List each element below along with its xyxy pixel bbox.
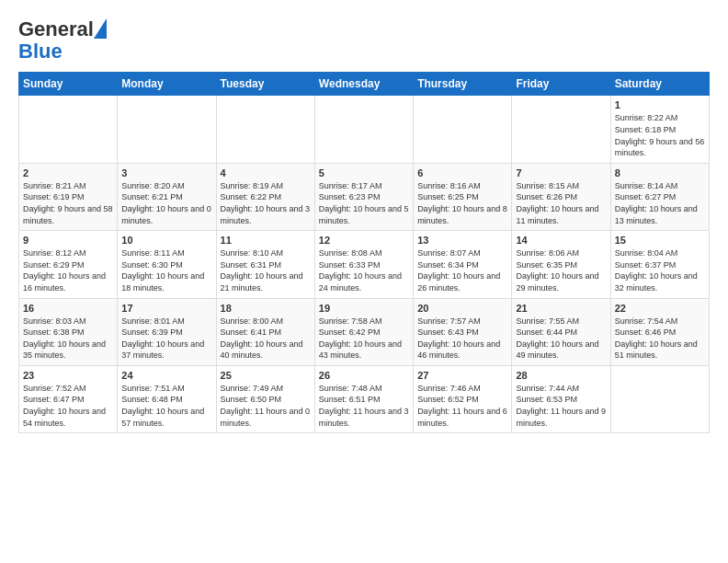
day-info: Sunrise: 7:49 AM Sunset: 6:50 PM Dayligh… [221,383,311,429]
calendar-week-1: 2Sunrise: 8:21 AM Sunset: 6:19 PM Daylig… [19,163,710,230]
logo-triangle-icon [94,18,107,39]
calendar-table: SundayMondayTuesdayWednesdayThursdayFrid… [18,72,710,433]
calendar-cell: 15Sunrise: 8:04 AM Sunset: 6:37 PM Dayli… [610,231,709,298]
header-thursday: Thursday [414,73,512,96]
day-info: Sunrise: 8:21 AM Sunset: 6:19 PM Dayligh… [23,180,113,226]
day-info: Sunrise: 7:51 AM Sunset: 6:48 PM Dayligh… [121,383,211,429]
calendar-cell: 19Sunrise: 7:58 AM Sunset: 6:42 PM Dayli… [314,298,413,365]
day-number: 24 [121,370,211,381]
calendar-cell: 9Sunrise: 8:12 AM Sunset: 6:29 PM Daylig… [19,231,118,298]
day-number: 23 [23,370,113,381]
calendar-week-4: 23Sunrise: 7:52 AM Sunset: 6:47 PM Dayli… [19,365,710,432]
day-info: Sunrise: 8:10 AM Sunset: 6:31 PM Dayligh… [221,247,311,293]
day-number: 10 [121,235,211,246]
calendar-cell: 20Sunrise: 7:57 AM Sunset: 6:43 PM Dayli… [414,298,512,365]
header-wednesday: Wednesday [314,73,413,96]
day-info: Sunrise: 8:22 AM Sunset: 6:18 PM Dayligh… [615,112,705,158]
day-info: Sunrise: 7:55 AM Sunset: 6:44 PM Dayligh… [516,316,606,362]
calendar-header-row: SundayMondayTuesdayWednesdayThursdayFrid… [19,73,710,96]
day-info: Sunrise: 7:54 AM Sunset: 6:46 PM Dayligh… [615,316,705,362]
logo: General Blue [18,18,107,63]
calendar-cell: 5Sunrise: 8:17 AM Sunset: 6:23 PM Daylig… [314,163,413,230]
day-info: Sunrise: 8:01 AM Sunset: 6:39 PM Dayligh… [121,316,211,362]
day-number: 27 [417,370,507,381]
day-number: 7 [516,167,606,178]
day-info: Sunrise: 8:06 AM Sunset: 6:35 PM Dayligh… [516,247,606,293]
header-saturday: Saturday [610,73,709,96]
day-number: 1 [615,99,705,110]
calendar-cell [216,96,314,163]
day-info: Sunrise: 8:00 AM Sunset: 6:41 PM Dayligh… [221,316,311,362]
day-number: 15 [615,235,705,246]
calendar-week-2: 9Sunrise: 8:12 AM Sunset: 6:29 PM Daylig… [19,231,710,298]
calendar-cell: 17Sunrise: 8:01 AM Sunset: 6:39 PM Dayli… [118,298,216,365]
day-number: 18 [221,303,311,314]
calendar-cell: 28Sunrise: 7:44 AM Sunset: 6:53 PM Dayli… [512,365,610,432]
calendar-cell: 14Sunrise: 8:06 AM Sunset: 6:35 PM Dayli… [512,231,610,298]
header-tuesday: Tuesday [216,73,314,96]
day-number: 12 [319,235,409,246]
calendar-cell: 2Sunrise: 8:21 AM Sunset: 6:19 PM Daylig… [19,163,118,230]
calendar-cell: 1Sunrise: 8:22 AM Sunset: 6:18 PM Daylig… [610,96,709,163]
day-info: Sunrise: 7:48 AM Sunset: 6:51 PM Dayligh… [319,383,409,429]
day-number: 6 [417,167,507,178]
calendar-cell [512,96,610,163]
calendar-cell [314,96,413,163]
header-friday: Friday [512,73,610,96]
header-sunday: Sunday [19,73,118,96]
calendar-cell: 8Sunrise: 8:14 AM Sunset: 6:27 PM Daylig… [610,163,709,230]
day-number: 16 [23,303,113,314]
calendar-week-3: 16Sunrise: 8:03 AM Sunset: 6:38 PM Dayli… [19,298,710,365]
calendar-cell: 7Sunrise: 8:15 AM Sunset: 6:26 PM Daylig… [512,163,610,230]
day-number: 9 [23,235,113,246]
day-number: 22 [615,303,705,314]
calendar-cell [610,365,709,432]
calendar-cell: 21Sunrise: 7:55 AM Sunset: 6:44 PM Dayli… [512,298,610,365]
day-number: 5 [319,167,409,178]
day-info: Sunrise: 7:52 AM Sunset: 6:47 PM Dayligh… [23,383,113,429]
day-number: 3 [121,167,211,178]
day-info: Sunrise: 7:46 AM Sunset: 6:52 PM Dayligh… [417,383,507,429]
calendar-cell: 13Sunrise: 8:07 AM Sunset: 6:34 PM Dayli… [414,231,512,298]
calendar-cell: 18Sunrise: 8:00 AM Sunset: 6:41 PM Dayli… [216,298,314,365]
calendar-cell: 3Sunrise: 8:20 AM Sunset: 6:21 PM Daylig… [118,163,216,230]
day-info: Sunrise: 8:14 AM Sunset: 6:27 PM Dayligh… [615,180,705,226]
day-info: Sunrise: 8:20 AM Sunset: 6:21 PM Dayligh… [121,180,211,226]
calendar-cell: 4Sunrise: 8:19 AM Sunset: 6:22 PM Daylig… [216,163,314,230]
day-number: 2 [23,167,113,178]
day-info: Sunrise: 8:16 AM Sunset: 6:25 PM Dayligh… [417,180,507,226]
calendar-cell: 26Sunrise: 7:48 AM Sunset: 6:51 PM Dayli… [314,365,413,432]
day-number: 8 [615,167,705,178]
day-info: Sunrise: 8:19 AM Sunset: 6:22 PM Dayligh… [221,180,311,226]
calendar-cell: 22Sunrise: 7:54 AM Sunset: 6:46 PM Dayli… [610,298,709,365]
day-number: 19 [319,303,409,314]
calendar-cell [19,96,118,163]
day-number: 25 [221,370,311,381]
day-number: 20 [417,303,507,314]
logo-text-general: General [18,18,94,40]
calendar-cell: 25Sunrise: 7:49 AM Sunset: 6:50 PM Dayli… [216,365,314,432]
day-info: Sunrise: 8:12 AM Sunset: 6:29 PM Dayligh… [23,247,113,293]
day-number: 4 [221,167,311,178]
day-number: 11 [221,235,311,246]
day-info: Sunrise: 8:15 AM Sunset: 6:26 PM Dayligh… [516,180,606,226]
day-info: Sunrise: 8:17 AM Sunset: 6:23 PM Dayligh… [319,180,409,226]
calendar-cell: 24Sunrise: 7:51 AM Sunset: 6:48 PM Dayli… [118,365,216,432]
day-info: Sunrise: 8:11 AM Sunset: 6:30 PM Dayligh… [121,247,211,293]
day-info: Sunrise: 7:44 AM Sunset: 6:53 PM Dayligh… [516,383,606,429]
day-number: 21 [516,303,606,314]
day-number: 28 [516,370,606,381]
day-number: 14 [516,235,606,246]
day-info: Sunrise: 7:57 AM Sunset: 6:43 PM Dayligh… [417,316,507,362]
logo-text-blue: Blue [18,40,63,63]
calendar-cell: 12Sunrise: 8:08 AM Sunset: 6:33 PM Dayli… [314,231,413,298]
day-info: Sunrise: 8:07 AM Sunset: 6:34 PM Dayligh… [417,247,507,293]
header-monday: Monday [118,73,216,96]
calendar-cell: 11Sunrise: 8:10 AM Sunset: 6:31 PM Dayli… [216,231,314,298]
day-info: Sunrise: 7:58 AM Sunset: 6:42 PM Dayligh… [319,316,409,362]
calendar-cell: 27Sunrise: 7:46 AM Sunset: 6:52 PM Dayli… [414,365,512,432]
day-number: 17 [121,303,211,314]
calendar-cell: 10Sunrise: 8:11 AM Sunset: 6:30 PM Dayli… [118,231,216,298]
calendar-cell [118,96,216,163]
page-header: General Blue [18,18,710,63]
